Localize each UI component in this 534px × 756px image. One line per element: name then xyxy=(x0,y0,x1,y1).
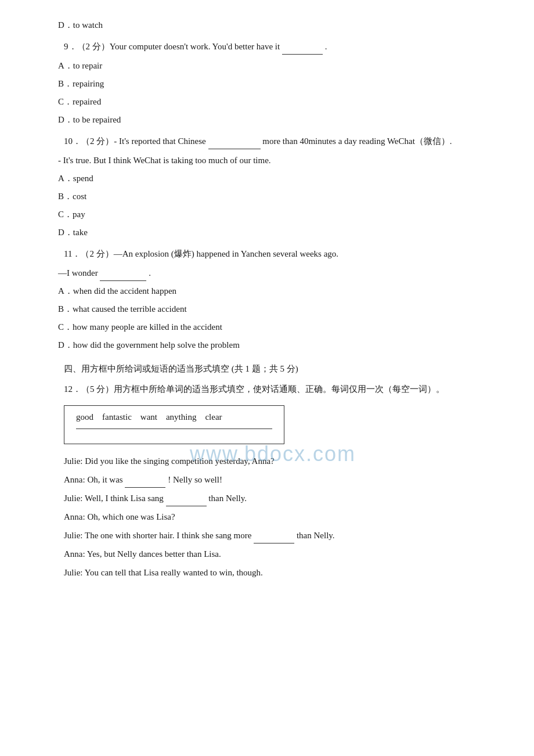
q11-blank xyxy=(100,272,146,281)
dialog-julie-2: Julie: Well, I think Lisa sang than Nell… xyxy=(64,491,499,506)
dialog-anna-1: Anna: Oh, it was ! Nelly so well! xyxy=(64,472,499,488)
q11-option-d: D．how did the government help solve the … xyxy=(58,337,499,353)
q10-option-a: A．spend xyxy=(58,171,499,186)
q11-option-b: B．what caused the terrible accident xyxy=(58,301,499,317)
q11-sub: —I wonder . xyxy=(58,265,499,281)
word-box: good fantastic want anything clear xyxy=(64,405,284,444)
section-4-header: 四、用方框中所给词或短语的适当形式填空 (共 1 题；共 5 分) xyxy=(46,361,499,377)
q10-blank xyxy=(208,140,261,149)
dialog-julie-4: Julie: You can tell that Lisa really wan… xyxy=(64,565,499,581)
dialog-julie3-blank xyxy=(254,534,294,543)
dialog-julie2-blank xyxy=(166,497,207,506)
question-12-instruction: 12．（5 分）用方框中所给单词的适当形式填空，使对话通顺、正确。每词仅用一次（… xyxy=(46,381,499,397)
q9-option-b: B．repairing xyxy=(58,76,499,92)
word-box-words: good fantastic want anything clear xyxy=(76,409,272,425)
question-9-stem: 9．（2 分）Your computer doesn't work. You'd… xyxy=(46,39,499,55)
q9-option-c: C．repaired xyxy=(58,94,499,110)
option-d-watch: D．to watch xyxy=(58,17,499,33)
q10-option-d: D．take xyxy=(58,225,499,240)
q9-blank xyxy=(282,45,323,55)
q9-option-a: A．to repair xyxy=(58,58,499,74)
q10-sub: - It's true. But I think WeChat is takin… xyxy=(58,153,499,168)
dialog-julie-1: Julie: Did you like the singing competit… xyxy=(64,453,499,469)
dialog-julie-3: Julie: The one with shorter hair. I thin… xyxy=(64,528,499,543)
q9-option-d: D．to be repaired xyxy=(58,112,499,128)
dialog-anna1-blank xyxy=(125,478,165,488)
q10-option-b: B．cost xyxy=(58,189,499,204)
dialog-anna-2: Anna: Oh, which one was Lisa? xyxy=(64,509,499,525)
question-10-stem: 10．（2 分）- It's reported that Chinese mor… xyxy=(46,134,499,149)
word-box-blank-line xyxy=(76,429,272,440)
q11-option-c: C．how many people are killed in the acci… xyxy=(58,319,499,335)
dialog-anna-3: Anna: Yes, but Nelly dances better than … xyxy=(64,546,499,562)
q10-option-c: C．pay xyxy=(58,207,499,222)
q11-option-a: A．when did the accident happen xyxy=(58,283,499,299)
question-11-stem: 11．（2 分）—An explosion (爆炸) happened in Y… xyxy=(46,246,499,262)
